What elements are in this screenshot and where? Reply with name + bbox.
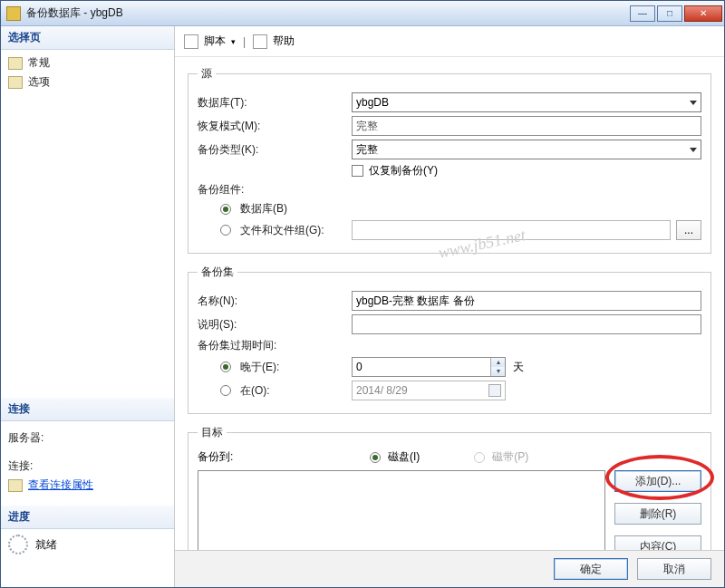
link-icon bbox=[8, 479, 23, 492]
days-label: 天 bbox=[513, 360, 524, 375]
db-label: 数据库(T): bbox=[198, 95, 352, 111]
radio-icon bbox=[220, 225, 231, 236]
conn-label: 连接: bbox=[8, 458, 33, 474]
window-buttons: — □ ✕ bbox=[628, 5, 722, 22]
window: 备份数据库 - ybgDB — □ ✕ 选择页 常规 选项 连接 bbox=[0, 0, 725, 588]
expire-date-value: 2014/ 8/29 bbox=[356, 384, 408, 397]
backup-to-label: 备份到: bbox=[198, 449, 270, 465]
expire-label: 备份集过期时间: bbox=[198, 338, 352, 353]
remove-button[interactable]: 删除(R) bbox=[614, 503, 701, 525]
backupset-legend: 备份集 bbox=[198, 265, 237, 280]
recovery-mode-field bbox=[352, 116, 701, 136]
maximize-button[interactable]: □ bbox=[657, 5, 682, 22]
calendar-icon bbox=[488, 384, 501, 397]
close-button[interactable]: ✕ bbox=[684, 5, 722, 22]
radio-icon bbox=[220, 361, 231, 372]
expire-days-value: 0 bbox=[353, 361, 490, 373]
progress-status: 就绪 bbox=[35, 537, 57, 553]
connect-panel: 服务器: 连接: 查看连接属性 bbox=[1, 421, 174, 498]
backup-desc-input[interactable] bbox=[352, 314, 701, 334]
copy-only-checkbox[interactable]: 仅复制备份(Y) bbox=[352, 163, 438, 178]
component-fg-radio[interactable]: 文件和文件组(G): bbox=[220, 223, 352, 238]
dest-tape-radio: 磁带(P) bbox=[474, 449, 528, 465]
chevron-down-icon bbox=[690, 101, 697, 105]
source-group: 源 数据库(T): ybgDB 恢复模式(M): bbox=[188, 66, 711, 254]
nav-list: 常规 选项 bbox=[1, 50, 174, 95]
sidebar: 选择页 常规 选项 连接 服务器: 连接: bbox=[1, 26, 175, 587]
select-page-head: 选择页 bbox=[1, 26, 174, 50]
page-icon bbox=[8, 76, 23, 89]
radio-icon bbox=[220, 204, 231, 215]
backupset-group: 备份集 名称(N): 说明(S): 备份集过期时间: bbox=[188, 265, 711, 414]
cancel-button[interactable]: 取消 bbox=[637, 558, 711, 580]
footer: 确定 取消 bbox=[175, 550, 724, 587]
window-title: 备份数据库 - ybgDB bbox=[26, 5, 628, 21]
database-select[interactable]: ybgDB bbox=[352, 92, 701, 112]
script-icon bbox=[184, 34, 198, 49]
toolbar: 脚本 ▾ | 帮助 bbox=[175, 26, 724, 57]
nav-general[interactable]: 常规 bbox=[8, 53, 167, 72]
expire-date-picker[interactable]: 2014/ 8/29 bbox=[352, 381, 506, 400]
help-button[interactable]: 帮助 bbox=[273, 34, 295, 49]
body: 选择页 常规 选项 连接 服务器: 连接: bbox=[1, 26, 724, 587]
recovery-label: 恢复模式(M): bbox=[198, 119, 352, 134]
add-button[interactable]: 添加(D)... bbox=[614, 470, 701, 492]
copy-only-label: 仅复制备份(Y) bbox=[369, 163, 438, 178]
progress-icon bbox=[8, 535, 28, 554]
component-db-radio[interactable]: 数据库(B) bbox=[220, 201, 352, 217]
expire-days-spinner[interactable]: 0 ▴▾ bbox=[352, 357, 506, 377]
ok-button[interactable]: 确定 bbox=[554, 558, 628, 580]
expire-on-radio[interactable]: 在(O): bbox=[220, 383, 352, 399]
progress-panel: 就绪 bbox=[1, 529, 174, 560]
view-connection-props-link[interactable]: 查看连接属性 bbox=[28, 477, 93, 493]
component-label: 备份组件: bbox=[198, 182, 352, 198]
page-icon bbox=[8, 57, 23, 70]
filegroup-input[interactable] bbox=[352, 220, 671, 240]
radio-icon bbox=[474, 452, 485, 463]
server-label: 服务器: bbox=[8, 430, 44, 446]
backup-type-select[interactable]: 完整 bbox=[352, 140, 701, 159]
radio-icon bbox=[370, 452, 381, 463]
progress-head: 进度 bbox=[1, 506, 174, 529]
dest-disk-radio[interactable]: 磁盘(I) bbox=[370, 449, 420, 465]
connect-head: 连接 bbox=[1, 398, 174, 421]
spin-down-icon[interactable]: ▾ bbox=[490, 367, 505, 376]
radio-icon bbox=[220, 385, 231, 396]
nav-label: 常规 bbox=[28, 55, 50, 71]
checkbox-icon bbox=[352, 165, 363, 177]
backup-type-value: 完整 bbox=[356, 142, 378, 158]
name-label: 名称(N): bbox=[198, 294, 352, 309]
nav-options[interactable]: 选项 bbox=[8, 72, 167, 92]
app-icon bbox=[6, 6, 21, 21]
desc-label: 说明(S): bbox=[198, 317, 352, 333]
help-icon bbox=[253, 34, 267, 49]
chevron-down-icon bbox=[690, 148, 697, 152]
titlebar[interactable]: 备份数据库 - ybgDB — □ ✕ bbox=[1, 1, 724, 26]
database-value: ybgDB bbox=[356, 96, 389, 109]
backup-name-input[interactable] bbox=[352, 291, 701, 311]
destination-group: 目标 备份到: 磁盘(I) 磁带(P) bbox=[188, 425, 711, 550]
destination-legend: 目标 bbox=[198, 425, 227, 440]
source-legend: 源 bbox=[198, 66, 216, 82]
type-label: 备份类型(K): bbox=[198, 142, 352, 158]
main: 脚本 ▾ | 帮助 www.jb51.net 源 数据库(T): ybgDB bbox=[175, 26, 724, 587]
spin-up-icon[interactable]: ▴ bbox=[490, 358, 505, 367]
destination-list[interactable] bbox=[198, 470, 605, 550]
minimize-button[interactable]: — bbox=[630, 5, 655, 22]
filegroup-browse-button[interactable]: ... bbox=[676, 220, 701, 240]
script-button[interactable]: 脚本 bbox=[204, 34, 226, 49]
content: www.jb51.net 源 数据库(T): ybgDB 恢复模式( bbox=[175, 57, 724, 550]
nav-label: 选项 bbox=[28, 74, 50, 90]
expire-after-radio[interactable]: 晚于(E): bbox=[220, 360, 352, 375]
contents-button[interactable]: 内容(C) bbox=[614, 535, 701, 550]
